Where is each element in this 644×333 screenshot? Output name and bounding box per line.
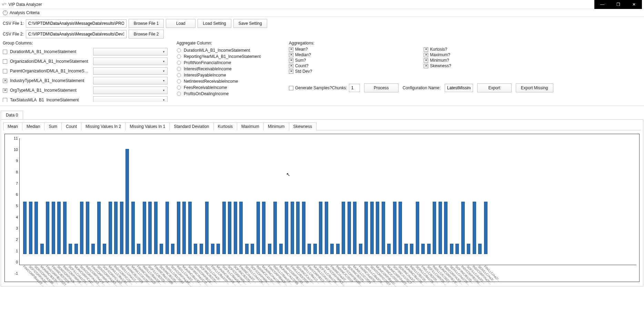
aggregate-column-radio[interactable] [177, 73, 181, 77]
aggregation-item[interactable]: Count? [289, 63, 414, 68]
aggregation-checkbox[interactable] [289, 69, 293, 74]
group-column-combo[interactable]: ▼ [93, 77, 168, 84]
chart-bar [444, 202, 447, 254]
stat-tab[interactable]: Missing Values In 1 [125, 122, 170, 130]
generate-samples-checkbox[interactable] [289, 86, 293, 90]
group-column-item[interactable]: IndustryTypeMLA_B1_IncomeStatement▼ [3, 76, 168, 85]
export-missing-button[interactable]: Export Missing [516, 83, 553, 92]
aggregate-column-item[interactable]: ReportingYearMLA_B1_IncomeStatement [177, 53, 280, 60]
analysis-criteria-header[interactable]: ˄ Analysis Criteria [0, 9, 644, 17]
aggregation-checkbox[interactable] [424, 64, 428, 68]
stat-tab[interactable]: Standard Deviation [169, 122, 213, 130]
aggregate-column-radio[interactable] [177, 54, 181, 59]
group-column-checkbox[interactable] [3, 98, 7, 102]
stat-tab[interactable]: Maximum [237, 122, 264, 130]
group-columns-col: Group Columns: DurationMLA_B1_IncomeStat… [3, 41, 168, 102]
group-column-item[interactable]: OrgTypeMLA_B1_IncomeStatement▼ [3, 85, 168, 95]
chart-bar [52, 202, 55, 254]
aggregate-column-radio[interactable] [177, 48, 181, 52]
aggregate-column-item[interactable]: DurationMLA_B1_IncomeStatement [177, 47, 280, 53]
chunks-input[interactable] [349, 84, 360, 92]
chart-bar [205, 202, 209, 254]
group-column-checkbox[interactable] [3, 50, 7, 54]
aggregation-checkbox[interactable] [289, 64, 293, 68]
chart-bar [376, 202, 379, 254]
aggregate-column-item[interactable]: InterestPayableIncome [177, 72, 280, 78]
aggregation-checkbox[interactable] [424, 53, 428, 57]
aggregate-column-radio[interactable] [177, 92, 181, 96]
group-column-item[interactable]: OrganizationIDMLA_B1_IncomeStatement▼ [3, 57, 168, 66]
stat-tab[interactable]: Sum [44, 122, 62, 130]
group-column-combo[interactable]: ▼ [93, 67, 168, 75]
file2-path-input[interactable] [26, 30, 127, 38]
stat-tab[interactable]: Mean [3, 122, 22, 130]
chart-bar [143, 202, 146, 254]
stat-tab[interactable]: Missing Values In 2 [81, 122, 125, 130]
aggregate-column-list[interactable]: DurationMLA_B1_IncomeStatementReportingY… [177, 47, 280, 97]
aggregate-column-radio[interactable] [177, 67, 181, 71]
aggregate-column-item[interactable]: InterestReceivableIncome [177, 66, 280, 72]
aggregation-item[interactable]: Mean? [289, 47, 414, 52]
group-columns-list[interactable]: DurationMLA_B1_IncomeStatement▼Organizat… [3, 47, 168, 102]
aggregation-item[interactable]: Sum? [289, 58, 414, 63]
aggregation-item[interactable]: Median? [289, 52, 414, 57]
chart-bar [109, 202, 112, 254]
aggregation-item[interactable]: Minimum? [424, 58, 553, 63]
group-column-item[interactable]: ParentOrganizationIDMLA_B1_IncomeStateme… [3, 66, 168, 76]
group-column-combo[interactable]: ▼ [93, 96, 168, 102]
chart-bar [194, 244, 197, 254]
load-setting-button[interactable]: Load Setting [198, 19, 231, 28]
aggregation-item[interactable]: Kurtosis? [424, 47, 553, 52]
file1-label: CSV File 1: [3, 21, 24, 26]
group-column-item[interactable]: DurationMLA_B1_IncomeStatement▼ [3, 47, 168, 57]
chart-bar [160, 244, 163, 254]
tab-data-0[interactable]: Data 0 [1, 111, 23, 119]
file1-path-input[interactable] [26, 19, 127, 28]
close-button[interactable]: ✕ [626, 0, 642, 9]
group-column-checkbox[interactable] [3, 88, 7, 93]
group-column-item[interactable]: TaxStatusMLA_B1_IncomeStatement▼ [3, 95, 168, 102]
chart-bar [256, 202, 260, 254]
aggregate-column-label: DurationMLA_B1_IncomeStatement [184, 48, 250, 53]
aggregate-column-radio[interactable] [177, 79, 181, 83]
config-name-input[interactable] [445, 84, 473, 92]
aggregation-item[interactable]: Maximum? [424, 52, 553, 57]
group-column-combo[interactable]: ▼ [93, 48, 168, 56]
aggregation-checkbox[interactable] [289, 53, 293, 57]
maximize-button[interactable]: ❐ [610, 0, 626, 9]
chart-bar [439, 202, 442, 254]
browse-file2-button[interactable]: Browse File 2 [129, 30, 164, 39]
aggregation-item[interactable]: Skewness? [424, 63, 553, 68]
chevron-down-icon: ▼ [162, 60, 165, 63]
group-column-checkbox[interactable] [3, 69, 7, 73]
aggregation-checkbox[interactable] [289, 47, 293, 52]
aggregation-checkbox[interactable] [424, 47, 428, 52]
group-column-checkbox[interactable] [3, 79, 7, 83]
y-tick-label: 0 [16, 260, 18, 264]
aggregate-column-item[interactable]: NetInterestReceivableIncome [177, 78, 280, 84]
save-setting-button[interactable]: Save Setting [233, 19, 267, 28]
aggregation-label: Kurtosis? [430, 47, 447, 52]
stat-tab[interactable]: Count [61, 122, 81, 130]
browse-file1-button[interactable]: Browse File 1 [129, 19, 164, 28]
aggregate-column-item[interactable]: ProfitsOnDealingIncome [177, 91, 280, 97]
aggregation-item[interactable]: Std Dev? [289, 69, 414, 74]
aggregate-column-radio[interactable] [177, 85, 181, 90]
load-button[interactable]: Load [166, 19, 195, 28]
stat-tab[interactable]: Minimum [263, 122, 289, 130]
process-button[interactable]: Process [364, 83, 399, 92]
stat-tab[interactable]: Median [22, 122, 44, 130]
stat-tab[interactable]: Kurtosis [213, 122, 237, 130]
minimize-button[interactable]: — [594, 0, 610, 9]
collapse-icon[interactable]: ˄ [3, 10, 8, 15]
export-button[interactable]: Export [477, 83, 512, 92]
group-column-combo[interactable]: ▼ [93, 87, 168, 94]
aggregate-column-item[interactable]: FeesReceivableIncome [177, 84, 280, 91]
aggregate-column-item[interactable]: ProfitNonFinancialIncome [177, 60, 280, 66]
stat-tab[interactable]: Skewness [289, 122, 317, 130]
aggregate-column-radio[interactable] [177, 61, 181, 65]
aggregation-checkbox[interactable] [424, 58, 428, 63]
group-column-combo[interactable]: ▼ [93, 58, 168, 65]
aggregation-checkbox[interactable] [289, 58, 293, 63]
group-column-checkbox[interactable] [3, 59, 7, 64]
